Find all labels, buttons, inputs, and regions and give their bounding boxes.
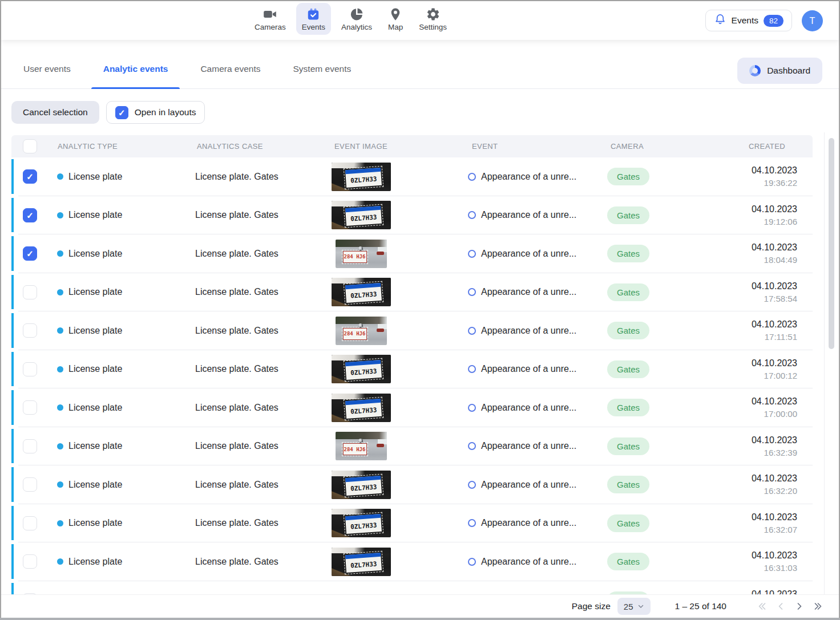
event-image-license-plate-thumbnail[interactable]: 0ZL7H33: [332, 201, 391, 229]
page-size-select[interactable]: 25: [617, 598, 651, 615]
analytic-type-dot-icon: [57, 520, 63, 526]
next-page-button[interactable]: [794, 601, 805, 612]
event-image-license-plate-thumbnail[interactable]: 0ZL7H33: [332, 548, 391, 576]
table-row[interactable]: ✓ License plate License plate. Gates 284…: [11, 234, 813, 273]
analytic-type-label: License plate: [68, 557, 122, 567]
camera-badge[interactable]: Gates: [607, 553, 649, 570]
pie-chart-icon: [349, 7, 364, 22]
vertical-scrollbar-thumb[interactable]: [829, 138, 834, 349]
camera-badge[interactable]: Gates: [607, 245, 649, 262]
event-image-car-rear-thumbnail[interactable]: 284 HJ6: [336, 432, 387, 460]
tab-analytic-events[interactable]: Analytic events: [91, 49, 180, 88]
open-in-layouts-button[interactable]: ✓ Open in layouts: [106, 101, 205, 124]
table-row[interactable]: ✓ License plate License plate. Gates 0ZL…: [11, 350, 813, 389]
table-row[interactable]: ✓ License plate License plate. Gates 0ZL…: [11, 273, 813, 312]
row-checkbox[interactable]: ✓: [23, 323, 37, 338]
event-image-license-plate-thumbnail[interactable]: 0ZL7H33: [332, 471, 391, 499]
row-checkbox[interactable]: ✓: [23, 400, 37, 415]
event-status-ring-icon: [468, 288, 476, 296]
car-emblem-shape: [358, 323, 363, 328]
vertical-scrollbar-track[interactable]: [824, 132, 839, 596]
nav-label: Analytics: [341, 23, 372, 31]
nav-item-cameras[interactable]: Cameras: [249, 3, 292, 35]
created-time: 18:04:49: [702, 255, 797, 265]
page-size-label: Page size: [572, 601, 611, 611]
nav-item-settings[interactable]: Settings: [413, 3, 453, 35]
analytic-type-label: License plate: [68, 249, 122, 259]
nav-item-events[interactable]: Events: [296, 3, 331, 35]
analytics-case-label: License plate. Gates: [188, 518, 314, 528]
table-row[interactable]: ✓ License plate License plate. Gates 284…: [11, 311, 813, 350]
event-label: Appearance of a unre...: [481, 557, 576, 567]
open-in-layouts-checkbox[interactable]: ✓: [115, 106, 128, 119]
camera-badge[interactable]: Gates: [607, 283, 649, 301]
app-window: Cameras Events Analytics Map: [0, 0, 840, 620]
last-page-button[interactable]: [813, 601, 824, 612]
camera-badge[interactable]: Gates: [607, 322, 649, 339]
previous-page-button[interactable]: [775, 601, 786, 612]
camera-badge[interactable]: Gates: [607, 399, 649, 416]
row-checkbox[interactable]: ✓: [23, 554, 37, 569]
analytic-type-label: License plate: [68, 518, 122, 528]
camera-badge[interactable]: Gates: [607, 168, 649, 185]
tab-system-events[interactable]: System events: [281, 49, 364, 88]
camera-badge[interactable]: Gates: [607, 360, 649, 378]
tab-camera-events[interactable]: Camera events: [188, 49, 272, 88]
car-body-shape: [332, 201, 391, 206]
table-row[interactable]: ✓ License plate License plate. Gates 0ZL…: [11, 388, 813, 427]
row-checkbox[interactable]: ✓: [23, 477, 37, 492]
plate-number-text: 0ZL7H33: [345, 364, 382, 380]
dashboard-button[interactable]: Dashboard: [737, 58, 822, 84]
camera-badge[interactable]: Gates: [607, 514, 649, 532]
event-status-ring-icon: [468, 365, 476, 373]
nav-item-map[interactable]: Map: [382, 3, 409, 35]
event-status-ring-icon: [468, 481, 476, 489]
event-image-car-rear-thumbnail[interactable]: 284 HJ6: [336, 240, 387, 268]
row-checkbox[interactable]: ✓: [23, 439, 37, 453]
analytics-case-label: License plate. Gates: [188, 249, 314, 259]
first-page-button[interactable]: [756, 601, 768, 612]
event-image-license-plate-thumbnail[interactable]: 0ZL7H33: [332, 509, 391, 537]
table-row[interactable]: ✓ License plate License plate. Gates 0ZL…: [11, 196, 813, 235]
table-row[interactable]: ✓ License plate License plate. Gates 0ZL…: [11, 465, 813, 504]
event-status-ring-icon: [468, 442, 476, 450]
row-checkbox[interactable]: ✓: [23, 246, 37, 261]
table-row[interactable]: ✓ License plate License plate. Gates 284…: [11, 427, 813, 466]
row-checkbox[interactable]: ✓: [23, 516, 37, 530]
donut-chart-icon: [749, 65, 761, 76]
cancel-selection-button[interactable]: Cancel selection: [11, 101, 99, 124]
row-checkbox[interactable]: ✓: [23, 362, 37, 376]
camera-badge[interactable]: Gates: [607, 476, 649, 493]
events-count-badge: 82: [764, 15, 784, 27]
event-image-license-plate-thumbnail[interactable]: 0ZL7H33: [332, 163, 391, 191]
row-checkbox[interactable]: ✓: [23, 285, 37, 299]
gear-icon: [426, 7, 441, 22]
table-row[interactable]: ✓ License plate License plate. Gates 0ZL…: [11, 504, 813, 543]
car-body-shape: [332, 548, 391, 553]
row-checkbox[interactable]: ✓: [23, 208, 37, 222]
analytic-type-dot-icon: [57, 250, 63, 257]
camera-badge[interactable]: Gates: [607, 437, 649, 455]
tab-user-events[interactable]: User events: [11, 49, 83, 88]
tabs-row: User events Analytic events Camera event…: [1, 49, 839, 89]
user-avatar[interactable]: T: [802, 10, 823, 31]
event-status-ring-icon: [468, 173, 476, 181]
header-analytic-type: ANALYTIC TYPE: [50, 142, 188, 151]
analytic-type-dot-icon: [57, 366, 63, 372]
event-image-license-plate-thumbnail[interactable]: 0ZL7H33: [332, 355, 391, 383]
event-image-license-plate-thumbnail[interactable]: 0ZL7H33: [332, 278, 391, 306]
select-all-checkbox[interactable]: ✓: [23, 139, 37, 153]
table-row[interactable]: ✓ License plate License plate. Gates 0ZL…: [11, 542, 813, 581]
table-row[interactable]: ✓ License plate License plate. Gates 0ZL…: [11, 157, 813, 196]
camera-badge[interactable]: Gates: [607, 206, 649, 224]
map-pin-icon: [388, 7, 403, 22]
event-image-license-plate-thumbnail[interactable]: 0ZL7H33: [332, 394, 391, 422]
row-checkbox[interactable]: ✓: [23, 169, 37, 184]
video-camera-icon: [262, 7, 277, 22]
car-body-shape: [332, 394, 391, 399]
events-notifications-button[interactable]: Events 82: [705, 10, 792, 31]
license-plate-shape: 0ZL7H33: [345, 553, 381, 573]
table-header: ✓ ANALYTIC TYPE ANALYTICS CASE EVENT IMA…: [11, 135, 813, 157]
nav-item-analytics[interactable]: Analytics: [336, 3, 378, 35]
event-image-car-rear-thumbnail[interactable]: 284 HJ6: [336, 317, 387, 345]
